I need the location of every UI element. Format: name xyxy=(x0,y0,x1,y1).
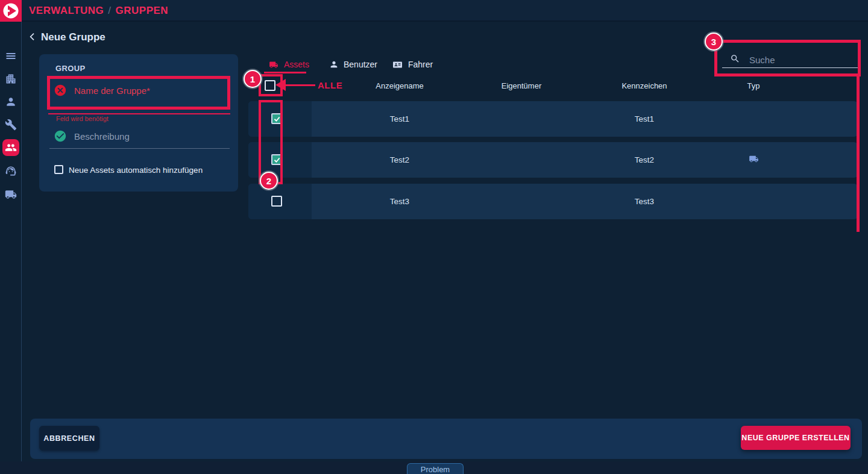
page-title: Neue Gruppe xyxy=(41,31,105,43)
breadcrumb: VERWALTUNG/GRUPPEN xyxy=(29,0,168,22)
annotation-alle-label: ALLE xyxy=(318,80,342,90)
name-field-error-underline xyxy=(48,113,230,114)
table-row-test1[interactable]: Test1 Test1 xyxy=(248,101,858,137)
annotation-vertical-line xyxy=(857,76,860,232)
id-card-icon xyxy=(392,60,403,69)
group-description-input[interactable] xyxy=(74,129,225,143)
column-header-eigentuemer[interactable]: Eigentümer xyxy=(479,81,564,90)
problem-feedback-tab[interactable]: Problem xyxy=(407,463,464,474)
column-header-kennzeichen[interactable]: Kennzeichen xyxy=(602,81,687,90)
menu-icon[interactable] xyxy=(5,50,17,62)
check-circle-icon xyxy=(54,129,67,143)
breadcrumb-separator: / xyxy=(104,5,115,16)
annotation-name-field-box xyxy=(47,76,230,110)
back-button[interactable] xyxy=(28,32,37,42)
annotation-badge-1: 1 xyxy=(244,70,262,88)
app-logo-icon[interactable] xyxy=(0,0,22,22)
user-icon[interactable] xyxy=(5,96,17,108)
row-checkbox-test3[interactable] xyxy=(271,196,282,207)
annotation-arrow-line xyxy=(286,84,315,86)
truck-icon xyxy=(747,154,760,164)
cell-kennzeichen: Test1 xyxy=(602,114,687,123)
tools-icon[interactable] xyxy=(5,119,17,131)
annotation-search-box xyxy=(714,40,861,76)
cell-anzeigename: Test1 xyxy=(357,114,442,123)
cell-anzeigename: Test2 xyxy=(357,155,442,164)
create-group-button[interactable]: NEUE GRUPPE ERSTELLEN xyxy=(741,426,851,450)
truck-icon xyxy=(268,60,279,69)
person-icon xyxy=(329,60,339,69)
cell-anzeigename: Test3 xyxy=(357,197,442,206)
app-screen: VERWALTUNG/GRUPPEN Neue Gruppe xyxy=(0,0,868,474)
group-form-card: GROUP Feld wird benötigt Neue Assets aut… xyxy=(39,54,238,192)
table-row-test2[interactable]: Test2 Test2 xyxy=(248,142,858,178)
buildings-icon[interactable] xyxy=(5,73,17,85)
cell-kennzeichen: Test3 xyxy=(602,197,687,206)
tab-fahrer-label: Fahrer xyxy=(408,60,433,69)
auto-add-label: Neue Assets automatisch hinzufügen xyxy=(69,166,203,175)
table-row-test3[interactable]: Test3 Test3 xyxy=(248,184,858,219)
cell-kennzeichen: Test2 xyxy=(602,155,687,164)
groups-icon[interactable] xyxy=(5,142,17,154)
annotation-badge-3: 3 xyxy=(705,33,723,51)
tab-benutzer-label: Benutzer xyxy=(344,60,377,69)
column-header-typ[interactable]: Typ xyxy=(729,81,778,90)
annotation-arrow-icon xyxy=(275,79,286,91)
group-section-title: GROUP xyxy=(55,64,86,73)
top-bar: VERWALTUNG/GRUPPEN xyxy=(0,0,868,22)
description-field-underline xyxy=(49,148,230,149)
driver-icon[interactable] xyxy=(5,165,17,177)
cancel-button[interactable]: ABBRECHEN xyxy=(39,426,99,451)
breadcrumb-section[interactable]: VERWALTUNG xyxy=(29,5,104,16)
auto-add-checkbox[interactable] xyxy=(54,165,63,174)
column-header-anzeigename[interactable]: Anzeigename xyxy=(357,81,442,90)
tab-fahrer[interactable]: Fahrer xyxy=(392,60,433,69)
breadcrumb-page: GRUPPEN xyxy=(116,5,169,16)
footer-action-bar: ABBRECHEN NEUE GRUPPE ERSTELLEN xyxy=(30,419,862,459)
truck-icon[interactable] xyxy=(5,189,17,201)
annotation-badge-2: 2 xyxy=(260,172,278,190)
tab-assets-label: Assets xyxy=(284,60,309,69)
active-tab-underline xyxy=(264,72,306,73)
tab-benutzer[interactable]: Benutzer xyxy=(329,60,377,69)
tab-assets[interactable]: Assets xyxy=(268,60,309,69)
sidebar xyxy=(0,22,22,474)
name-field-error-message: Feld wird benötigt xyxy=(56,115,108,122)
